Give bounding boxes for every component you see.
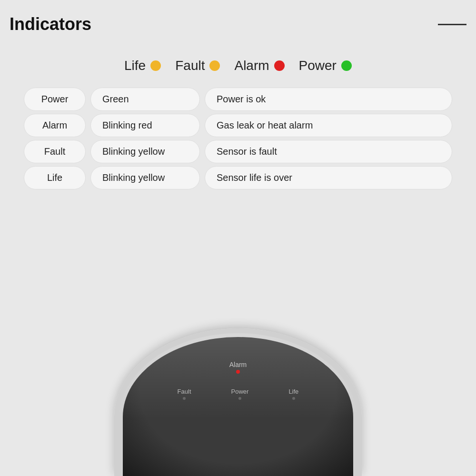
cell-color-alarm: Blinking red bbox=[90, 114, 200, 137]
device-power-label: Power bbox=[231, 388, 249, 395]
legend-item-life: Life bbox=[124, 58, 161, 73]
legend-item-fault: Fault bbox=[175, 58, 220, 73]
device-life-dot bbox=[292, 397, 295, 400]
cell-indicator-fault: Fault bbox=[24, 140, 86, 163]
bottom-labels-row: Fault Power Life bbox=[158, 388, 319, 400]
cell-description-fault: Sensor is fault bbox=[205, 140, 452, 163]
bottom-label-group-fault: Fault bbox=[178, 388, 191, 400]
device-fault-label: Fault bbox=[178, 388, 191, 395]
bottom-label-group-life: Life bbox=[288, 388, 298, 400]
page-container: Indicators Life Fault Alarm Power Power … bbox=[0, 0, 476, 476]
cell-description-life: Sensor life is over bbox=[205, 166, 452, 189]
cell-indicator-power: Power bbox=[24, 88, 86, 111]
cell-color-life: Blinking yellow bbox=[90, 166, 200, 189]
legend-item-power: Power bbox=[299, 58, 352, 73]
table-section: Power Green Power is ok Alarm Blinking r… bbox=[0, 83, 476, 202]
device-alarm-dot bbox=[236, 370, 240, 374]
table-row: Power Green Power is ok bbox=[24, 88, 452, 111]
bottom-label-group-power: Power bbox=[231, 388, 249, 400]
device-section: Alarm Fault Power Life bbox=[95, 295, 381, 476]
cell-color-fault: Blinking yellow bbox=[90, 140, 200, 163]
cell-description-alarm: Gas leak or heat alarm bbox=[205, 114, 452, 137]
legend-label-power: Power bbox=[299, 58, 337, 73]
legend-label-alarm: Alarm bbox=[234, 58, 269, 73]
alarm-label-group: Alarm bbox=[229, 361, 247, 374]
cell-indicator-alarm: Alarm bbox=[24, 114, 86, 137]
device-labels: Alarm Fault Power Life bbox=[123, 361, 353, 400]
header-line bbox=[438, 24, 466, 25]
cell-description-power: Power is ok bbox=[205, 88, 452, 111]
device-life-label: Life bbox=[288, 388, 298, 395]
legend-item-alarm: Alarm bbox=[234, 58, 284, 73]
device-alarm-label: Alarm bbox=[229, 361, 247, 368]
legend-dot-life bbox=[150, 60, 161, 71]
table-row: Alarm Blinking red Gas leak or heat alar… bbox=[24, 114, 452, 137]
legend-dot-power bbox=[341, 60, 352, 71]
header-section: Indicators bbox=[0, 0, 476, 44]
table-row: Life Blinking yellow Sensor life is over bbox=[24, 166, 452, 189]
page-title: Indicators bbox=[10, 14, 91, 34]
legend-dot-fault bbox=[209, 60, 220, 71]
cell-color-power: Green bbox=[90, 88, 200, 111]
device-power-dot bbox=[238, 397, 241, 400]
device-fault-dot bbox=[183, 397, 186, 400]
legend-row: Life Fault Alarm Power bbox=[0, 44, 476, 83]
legend-label-life: Life bbox=[124, 58, 146, 73]
table-row: Fault Blinking yellow Sensor is fault bbox=[24, 140, 452, 163]
device-circle: Alarm Fault Power Life bbox=[114, 328, 362, 476]
legend-dot-alarm bbox=[274, 60, 285, 71]
legend-label-fault: Fault bbox=[175, 58, 205, 73]
cell-indicator-life: Life bbox=[24, 166, 86, 189]
